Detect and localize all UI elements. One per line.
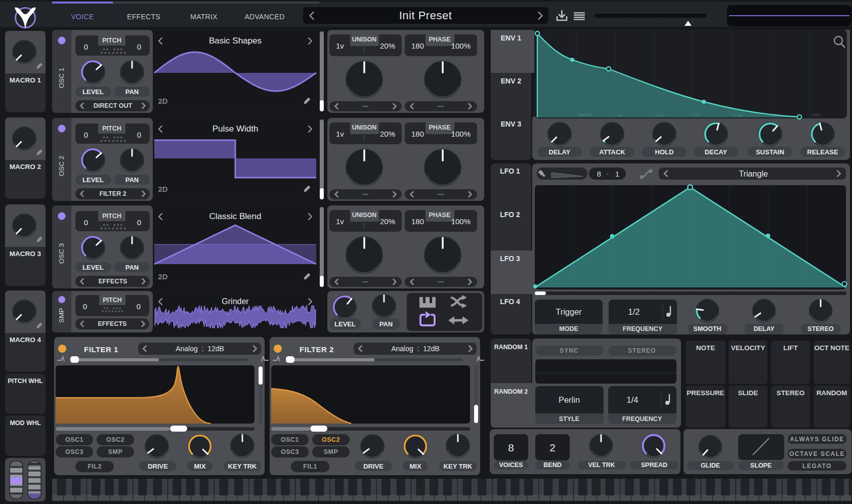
svg-text:DIRECT OUT: DIRECT OUT — [94, 102, 133, 109]
svg-text:BEND: BEND — [543, 461, 561, 469]
svg-text:0: 0 — [84, 218, 88, 227]
svg-text:SLIDE: SLIDE — [738, 389, 758, 397]
svg-text:180: 180 — [411, 130, 424, 138]
svg-text:PITCH: PITCH — [102, 125, 121, 132]
svg-text:PITCH: PITCH — [103, 297, 122, 304]
svg-text:Analog : 12dB: Analog : 12dB — [391, 345, 440, 353]
svg-text:100%: 100% — [451, 41, 471, 50]
svg-text:EFFECTS: EFFECTS — [98, 320, 127, 327]
svg-text:DRIVE: DRIVE — [363, 463, 384, 470]
svg-text:8: 8 — [508, 442, 514, 453]
svg-text:1/4: 1/4 — [627, 395, 638, 404]
svg-text:FILTER 2: FILTER 2 — [99, 190, 126, 197]
svg-text:VEL TRK: VEL TRK — [588, 461, 615, 469]
svg-text:LIFT: LIFT — [783, 344, 798, 352]
svg-text:LEVEL: LEVEL — [334, 320, 356, 328]
svg-text:ENV 3: ENV 3 — [501, 120, 522, 128]
svg-text:LFO 1: LFO 1 — [500, 167, 520, 175]
svg-text:Classic Blend: Classic Blend — [209, 212, 262, 221]
svg-text:EFFECTS: EFFECTS — [99, 278, 127, 285]
svg-text:DELAY: DELAY — [753, 325, 775, 332]
svg-text:UNISON: UNISON — [352, 212, 377, 219]
svg-text:-: - — [607, 170, 609, 178]
svg-text:PHASE: PHASE — [429, 212, 450, 219]
svg-text:ENV 1: ENV 1 — [501, 34, 522, 42]
svg-text:DRIVE: DRIVE — [148, 463, 168, 470]
svg-text:Pulse Width: Pulse Width — [212, 124, 259, 134]
svg-text:20%: 20% — [380, 41, 395, 50]
svg-text:FIL2: FIL2 — [88, 463, 102, 470]
svg-text:100%: 100% — [451, 130, 471, 138]
svg-text:OSC2: OSC2 — [322, 436, 340, 443]
svg-text:FILTER 1: FILTER 1 — [84, 345, 118, 354]
svg-text:LEVEL: LEVEL — [82, 176, 104, 184]
svg-text:ENV 2: ENV 2 — [501, 77, 522, 85]
svg-text:---: --- — [362, 191, 368, 198]
svg-text:MACRO 3: MACRO 3 — [10, 250, 41, 258]
svg-text:180: 180 — [411, 41, 424, 50]
svg-text:SLOPE: SLOPE — [750, 462, 772, 469]
svg-text:LEGATO: LEGATO — [802, 463, 832, 470]
svg-text:RANDOM 2: RANDOM 2 — [494, 388, 528, 395]
svg-text:PAN: PAN — [125, 88, 139, 96]
svg-text:0: 0 — [84, 131, 88, 139]
svg-text:0: 0 — [137, 43, 141, 51]
svg-text:STEREO: STEREO — [807, 325, 834, 332]
svg-text:UNISON: UNISON — [352, 124, 377, 131]
svg-text:MACRO 4: MACRO 4 — [10, 336, 41, 344]
svg-text:ADVANCED: ADVANCED — [244, 13, 284, 21]
svg-text:MATRIX: MATRIX — [190, 13, 218, 21]
svg-text:1v: 1v — [336, 217, 344, 226]
svg-text:OSC 3: OSC 3 — [58, 243, 65, 264]
svg-text:PHASE: PHASE — [429, 36, 450, 43]
svg-text:PAN: PAN — [125, 264, 139, 271]
svg-text:SMOOTH: SMOOTH — [694, 325, 721, 332]
svg-text:SMP: SMP — [108, 448, 123, 455]
svg-text:0: 0 — [137, 218, 141, 227]
svg-text:Analog : 12dB: Analog : 12dB — [176, 345, 224, 353]
svg-text:EFFECTS: EFFECTS — [127, 13, 160, 21]
svg-text:PAN: PAN — [125, 176, 139, 184]
svg-text:PITCH: PITCH — [102, 213, 121, 220]
svg-text:PHASE: PHASE — [429, 124, 450, 131]
svg-text:DELAY: DELAY — [549, 148, 571, 156]
svg-text:GLIDE: GLIDE — [701, 462, 720, 469]
svg-text:MACRO 2: MACRO 2 — [10, 163, 41, 171]
svg-text:20%: 20% — [380, 130, 395, 138]
svg-text:---: --- — [438, 278, 444, 285]
svg-text:LEVEL: LEVEL — [82, 88, 104, 96]
svg-text:2D: 2D — [158, 97, 167, 105]
svg-text:20%: 20% — [380, 217, 395, 226]
svg-text:2D: 2D — [158, 272, 167, 281]
svg-text:SMP: SMP — [58, 308, 65, 322]
svg-text:MIX: MIX — [194, 463, 205, 470]
svg-text:VOICES: VOICES — [499, 461, 523, 469]
svg-text:PITCH: PITCH — [102, 37, 121, 44]
svg-text:NOTE: NOTE — [696, 344, 715, 352]
svg-text:MOD WHL: MOD WHL — [10, 419, 40, 427]
svg-text:---: --- — [362, 103, 368, 110]
svg-text:UNISON: UNISON — [352, 36, 377, 43]
svg-text:OSC1: OSC1 — [281, 436, 299, 443]
svg-text:LFO 4: LFO 4 — [500, 298, 520, 306]
svg-text:0: 0 — [137, 131, 141, 139]
svg-text:ALWAYS GLIDE: ALWAYS GLIDE — [790, 436, 844, 443]
svg-text:0: 0 — [137, 302, 141, 311]
svg-text:OSC 2: OSC 2 — [58, 156, 65, 177]
svg-text:STEREO: STEREO — [777, 389, 805, 397]
svg-text:RANDOM: RANDOM — [817, 389, 847, 397]
svg-text:Trigger: Trigger — [556, 307, 582, 316]
svg-text:ATTACK: ATTACK — [599, 148, 625, 156]
svg-text:FILTER 2: FILTER 2 — [300, 345, 334, 354]
svg-text:1/2: 1/2 — [628, 307, 640, 316]
svg-text:LFO 2: LFO 2 — [500, 211, 520, 219]
svg-text:RANDOM 1: RANDOM 1 — [494, 344, 528, 351]
svg-text:1v: 1v — [336, 130, 344, 138]
svg-text:MACRO 1: MACRO 1 — [10, 76, 41, 84]
svg-text:SPREAD: SPREAD — [641, 461, 667, 469]
svg-text:SYNC: SYNC — [560, 347, 578, 354]
svg-text:MODE: MODE — [559, 325, 578, 332]
svg-text:Basic Shapes: Basic Shapes — [209, 36, 262, 46]
svg-text:STEREO: STEREO — [628, 347, 656, 354]
svg-text:2: 2 — [549, 442, 556, 453]
